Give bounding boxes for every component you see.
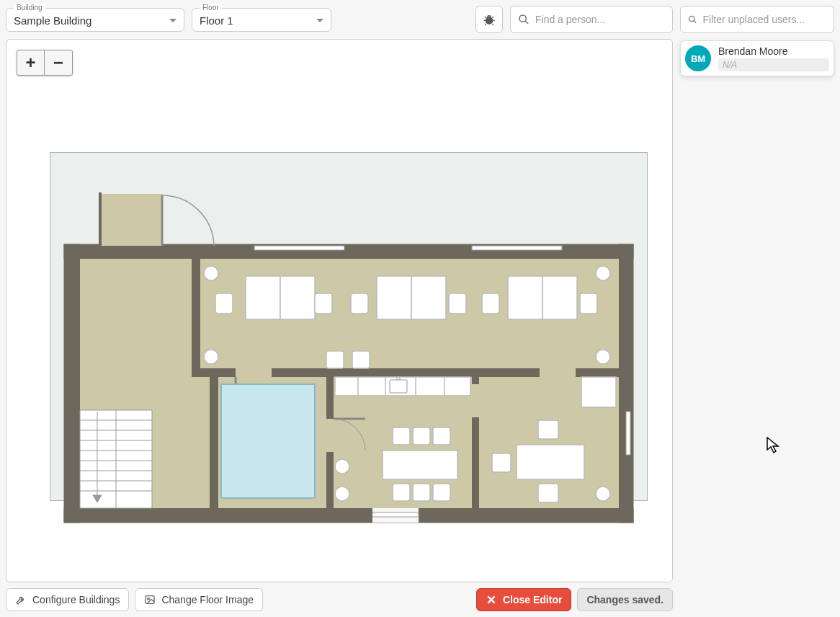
svg-rect-15 [210, 376, 218, 508]
user-name: Brendan Moore [718, 45, 829, 57]
svg-rect-41 [315, 293, 332, 314]
caret-down-icon [169, 19, 177, 22]
change-floor-image-label: Change Floor Image [161, 594, 254, 605]
svg-rect-49 [580, 293, 597, 314]
caret-down-icon [316, 19, 323, 22]
svg-point-80 [689, 16, 694, 21]
svg-point-65 [397, 377, 400, 380]
svg-rect-76 [492, 453, 511, 472]
user-meta: N/A [718, 58, 829, 71]
wrench-icon [15, 594, 27, 605]
svg-rect-58 [352, 351, 370, 368]
svg-point-54 [335, 459, 349, 474]
svg-rect-66 [383, 450, 457, 479]
svg-rect-47 [542, 276, 577, 319]
person-search[interactable] [510, 6, 673, 33]
debug-button[interactable] [475, 6, 503, 33]
svg-rect-75 [538, 484, 558, 502]
svg-rect-78 [146, 596, 154, 604]
svg-rect-14 [540, 368, 576, 377]
floor-value: Floor 1 [200, 14, 316, 27]
zoom-out-button[interactable]: − [45, 50, 72, 75]
svg-rect-46 [508, 276, 542, 319]
svg-rect-5 [619, 244, 633, 523]
svg-rect-4 [64, 244, 80, 523]
svg-rect-42 [377, 276, 411, 319]
svg-rect-3 [64, 508, 633, 523]
bottom-toolbar: Configure Buildings Change Floor Image C… [6, 588, 673, 611]
building-select[interactable]: Building Sample Building [6, 8, 184, 32]
building-label: Building [14, 4, 45, 12]
app-root: Building Sample Building Floor Floor 1 + [0, 0, 840, 617]
svg-point-52 [596, 266, 610, 280]
svg-rect-7 [100, 194, 162, 246]
svg-rect-77 [581, 377, 616, 407]
floor-label: Floor [200, 4, 222, 12]
person-search-input[interactable] [535, 14, 665, 25]
svg-rect-23 [472, 246, 562, 250]
save-status-button[interactable]: Changes saved. [577, 588, 673, 611]
floorplan-canvas[interactable]: + − [6, 39, 673, 582]
svg-rect-22 [254, 246, 344, 250]
svg-point-0 [486, 17, 493, 24]
svg-point-53 [596, 350, 610, 364]
svg-rect-73 [517, 445, 584, 479]
svg-rect-18 [326, 419, 334, 452]
svg-point-55 [335, 487, 349, 501]
top-toolbar: Building Sample Building Floor Floor 1 [6, 6, 673, 33]
svg-rect-68 [413, 427, 430, 445]
close-editor-label: Close Editor [503, 594, 562, 605]
unplaced-user-card[interactable]: BM Brendan Moore N/A [680, 40, 834, 76]
svg-rect-45 [449, 293, 466, 314]
search-icon [518, 14, 530, 25]
svg-rect-69 [433, 427, 450, 445]
close-editor-button[interactable]: Close Editor [476, 588, 571, 611]
floor-select[interactable]: Floor Floor 1 [192, 8, 331, 32]
unplaced-filter-input[interactable] [703, 14, 827, 25]
svg-rect-8 [99, 192, 102, 247]
zoom-controls: + − [17, 50, 73, 76]
svg-point-56 [596, 487, 610, 501]
main-column: Building Sample Building Floor Floor 1 + [6, 6, 673, 611]
svg-rect-48 [482, 293, 499, 314]
svg-point-50 [204, 266, 218, 280]
cursor-icon [767, 437, 781, 454]
svg-rect-72 [433, 484, 450, 501]
svg-rect-24 [626, 412, 630, 455]
sidebar: BM Brendan Moore N/A [680, 6, 834, 611]
zoom-in-button[interactable]: + [17, 50, 45, 75]
svg-rect-57 [326, 351, 344, 368]
change-floor-image-button[interactable]: Change Floor Image [135, 588, 263, 611]
image-icon [144, 594, 156, 605]
svg-rect-20 [472, 384, 479, 417]
unplaced-filter[interactable] [680, 6, 834, 33]
floorplan-image [50, 152, 648, 541]
close-icon [486, 594, 497, 605]
svg-point-1 [519, 15, 526, 22]
search-icon [688, 14, 697, 25]
svg-rect-40 [215, 293, 233, 314]
svg-rect-10 [192, 259, 200, 376]
building-value: Sample Building [14, 14, 169, 27]
configure-buildings-label: Configure Buildings [32, 594, 120, 605]
svg-rect-39 [280, 276, 315, 319]
svg-rect-26 [372, 512, 419, 517]
user-info: Brendan Moore N/A [718, 45, 829, 71]
svg-point-79 [148, 598, 150, 600]
svg-point-51 [204, 350, 218, 364]
svg-rect-21 [221, 384, 315, 498]
bug-icon [483, 13, 496, 26]
svg-rect-12 [236, 368, 272, 377]
svg-rect-43 [411, 276, 446, 319]
avatar-initials: BM [691, 53, 705, 64]
svg-rect-64 [390, 380, 407, 393]
configure-buildings-button[interactable]: Configure Buildings [6, 588, 129, 611]
svg-rect-71 [413, 484, 430, 501]
save-status-label: Changes saved. [586, 594, 663, 605]
svg-rect-44 [351, 293, 368, 314]
svg-rect-38 [246, 276, 280, 319]
svg-rect-70 [393, 484, 410, 501]
avatar: BM [685, 45, 711, 71]
svg-rect-67 [393, 427, 410, 445]
svg-rect-74 [538, 420, 558, 439]
